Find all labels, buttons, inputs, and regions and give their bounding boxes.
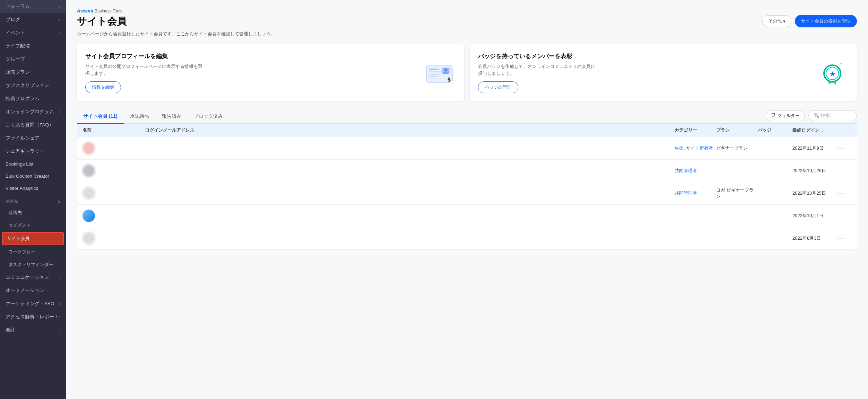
manage-roles-button[interactable]: サイト会員の役割を管理: [795, 15, 857, 27]
sidebar-item-label: シェアギャラリー: [6, 148, 44, 154]
member-name-cell: [83, 165, 145, 177]
category-cell: 共同管理者: [675, 168, 716, 174]
col-plan: プラン: [716, 127, 758, 133]
sidebar-item-label: Bookings List: [6, 161, 33, 167]
category-link[interactable]: 共同管理者: [675, 168, 697, 173]
avatar: [83, 142, 95, 154]
sidebar-section-communication[interactable]: コミュニケーション ›: [0, 271, 66, 284]
sidebar-item-label: 会計: [6, 327, 15, 333]
sidebar-item-bookings[interactable]: Bookings List: [0, 158, 66, 170]
sidebar-item-privilege[interactable]: 特典プログラム: [0, 92, 66, 105]
avatar: [83, 187, 95, 200]
category-link[interactable]: 生徒, サイト所有者: [675, 145, 713, 151]
col-actions: [837, 127, 851, 133]
sidebar-item-live[interactable]: ライブ配信: [0, 39, 66, 53]
sidebar-item-segment[interactable]: セグメント: [0, 219, 66, 231]
table-row: 共同管理者 ヨガ ビギナープラン 2022年10月25日 ···: [77, 182, 857, 205]
member-name-cell: [83, 232, 145, 245]
avatar: [83, 210, 95, 222]
title-section: サイト会員: [77, 15, 127, 28]
row-menu-button[interactable]: ···: [837, 235, 851, 242]
table-row: 2022年10月1日 ···: [77, 205, 857, 227]
sidebar-item-gallery[interactable]: シェアギャラリー: [0, 145, 66, 158]
sidebar-item-label: 特典プログラム: [6, 96, 40, 102]
chevron-right-icon: ›: [59, 315, 60, 319]
promo-card-badge: バッジを持っているメンバーを表彰 会員バッジを作成して、オンラインコミュニティの…: [470, 44, 857, 101]
sidebar-item-group[interactable]: グループ: [0, 53, 66, 66]
promo-card-profile: サイト会員プロフィールを編集 サイト会員の公開プロフィールページに表示する情報を…: [77, 44, 464, 101]
ascend-logo: Ascend: [77, 8, 93, 14]
filter-icon: ⛉: [771, 113, 775, 118]
col-badge: バッジ: [758, 127, 792, 133]
sidebar-item-workflow[interactable]: ワークフロー: [0, 246, 66, 258]
chevron-right-icon: ›: [59, 18, 60, 22]
manage-badge-button[interactable]: バッジの管理: [478, 81, 518, 93]
row-menu-button[interactable]: ···: [837, 145, 851, 152]
sidebar-item-visitor-analytics[interactable]: Visitor Analytics: [0, 182, 66, 194]
section-label: 連絡先: [6, 198, 18, 204]
sidebar-item-forum[interactable]: フォーラム ›: [0, 0, 66, 13]
member-name-cell: [83, 210, 145, 222]
filter-button[interactable]: ⛉ フィルター: [766, 110, 805, 121]
sidebar-item-label: 販売プラン: [6, 69, 30, 76]
chevron-right-icon: ›: [59, 328, 60, 332]
col-category: カテゴリー: [675, 127, 716, 133]
avatar: [83, 165, 95, 177]
search-box[interactable]: 🔍 検索...: [808, 110, 857, 121]
search-icon: 🔍: [814, 113, 819, 118]
tabs-bar: サイト会員 (11) 承認待ち 報告済み ブロック済み ⛉ フィルター 🔍 検索…: [77, 110, 857, 124]
plan-cell: ビギナープラン: [716, 145, 758, 151]
category-link[interactable]: 共同管理者: [675, 190, 697, 196]
sidebar-item-label: よくある質問（FAQ）: [6, 122, 54, 128]
other-button[interactable]: その他 ▾: [762, 15, 791, 27]
col-email: ログインメールアドレス: [145, 127, 675, 133]
page-subtitle: ホームページから会員登録したサイト会員です。ここからサイト会員を確認して管理しま…: [77, 31, 857, 37]
promo-card-title: サイト会員プロフィールを編集: [85, 52, 419, 60]
promo-card-title: バッジを持っているメンバーを表彰: [478, 52, 812, 60]
sidebar-item-site-members[interactable]: サイト会員: [2, 232, 64, 245]
last-login-cell: 2022年10月25日: [792, 190, 837, 196]
tab-reported[interactable]: 報告済み: [156, 110, 188, 124]
tab-pending[interactable]: 承認待ち: [124, 110, 156, 124]
row-menu-button[interactable]: ···: [837, 167, 851, 175]
svg-rect-4: [429, 76, 437, 77]
row-menu-button[interactable]: ···: [837, 190, 851, 197]
chevron-right-icon: ›: [59, 31, 60, 35]
sidebar-item-fileshare[interactable]: ファイルシェア: [0, 132, 66, 145]
promo-cards: サイト会員プロフィールを編集 サイト会員の公開プロフィールページに表示する情報を…: [77, 44, 857, 101]
edit-info-button[interactable]: 情報を編集: [85, 81, 121, 93]
sidebar-item-blog[interactable]: ブログ ›: [0, 13, 66, 26]
row-menu-button[interactable]: ···: [837, 212, 851, 220]
sidebar-item-label: サブスクリプション: [6, 82, 49, 89]
sidebar-item-plan[interactable]: 販売プラン: [0, 66, 66, 79]
sidebar-item-label: ブログ: [6, 17, 20, 23]
svg-rect-7: [443, 72, 449, 74]
page-header: サイト会員 その他 ▾ サイト会員の役割を管理: [77, 15, 857, 28]
sidebar-item-contacts[interactable]: 連絡先: [0, 206, 66, 219]
sidebar-item-label: ライブ配信: [6, 43, 30, 49]
chevron-right-icon: ›: [59, 302, 60, 306]
tab-blocked[interactable]: ブロック済み: [188, 110, 229, 124]
member-name-cell: [83, 142, 145, 154]
sidebar-item-analytics[interactable]: アクセス解析・レポート ›: [0, 310, 66, 323]
sidebar-section-contacts[interactable]: 連絡先 ∧: [0, 194, 66, 206]
sidebar-item-automation[interactable]: オートメーション: [0, 284, 66, 297]
main-content: Ascend Business Tools サイト会員 その他 ▾ サイト会員の…: [66, 0, 868, 399]
svg-text:✦: ✦: [821, 69, 823, 72]
last-login-cell: 2022年11月9日: [792, 145, 837, 151]
sidebar-item-task-reminder[interactable]: タスク・リマインダー: [0, 258, 66, 271]
table-row: 生徒, サイト所有者 ビギナープラン 2022年11月9日 ···: [77, 137, 857, 160]
sidebar-item-marketing[interactable]: マーケティング・SEO ›: [0, 297, 66, 310]
last-login-cell: 2022年10月25日: [792, 168, 837, 174]
tab-site-members[interactable]: サイト会員 (11): [77, 110, 124, 124]
table-row: 共同管理者 2022年10月25日 ···: [77, 160, 857, 182]
last-login-cell: 2022年8月3日: [792, 235, 837, 241]
sidebar-item-subscription[interactable]: サブスクリプション: [0, 79, 66, 92]
sidebar-item-bulk-coupon[interactable]: Bulk Coupon Creator: [0, 170, 66, 182]
svg-rect-3: [429, 74, 441, 75]
sidebar-item-event[interactable]: イベント ›: [0, 26, 66, 39]
sidebar-item-online-program[interactable]: オンラインプログラム ›: [0, 105, 66, 118]
sidebar-item-accounting[interactable]: 会計 ›: [0, 323, 66, 337]
plan-cell: ヨガ ビギナープラン: [716, 187, 758, 200]
sidebar-item-faq[interactable]: よくある質問（FAQ）: [0, 118, 66, 132]
